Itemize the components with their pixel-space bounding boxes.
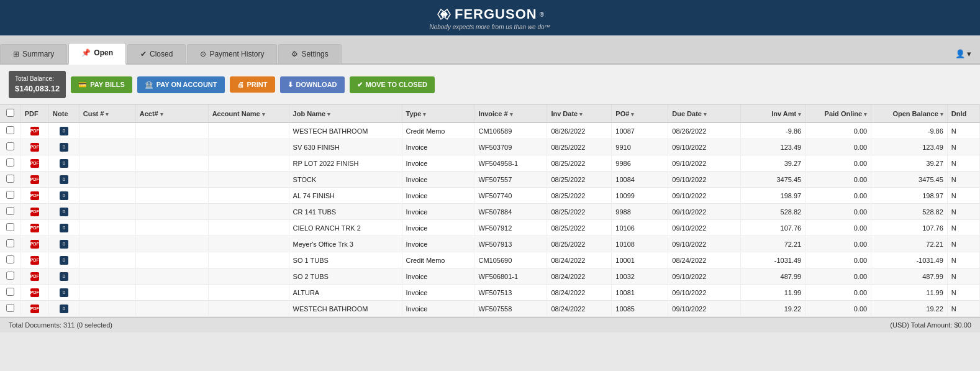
- pdf-icon[interactable]: PDF: [30, 208, 39, 216]
- col-header-type[interactable]: Type ▾: [402, 105, 474, 122]
- row-checkbox-cell[interactable]: [0, 301, 20, 317]
- row-checkbox[interactable]: [6, 223, 14, 231]
- row-checkbox[interactable]: [6, 239, 14, 247]
- row-pdf-cell[interactable]: PDF: [20, 252, 48, 268]
- pdf-icon[interactable]: PDF: [30, 143, 39, 152]
- row-note-cell[interactable]: 0: [49, 252, 79, 268]
- select-all-checkbox[interactable]: [6, 109, 14, 117]
- row-note-cell[interactable]: 0: [49, 268, 79, 285]
- col-header-pdf[interactable]: PDF: [20, 105, 48, 122]
- note-icon[interactable]: 0: [60, 127, 68, 135]
- row-checkbox[interactable]: [6, 304, 14, 312]
- row-pdf-cell[interactable]: PDF: [20, 220, 48, 236]
- col-header-invamt[interactable]: Inv Amt ▾: [741, 105, 805, 122]
- row-checkbox[interactable]: [6, 142, 14, 150]
- note-icon[interactable]: 0: [60, 240, 68, 249]
- row-note-cell[interactable]: 0: [49, 172, 79, 188]
- pdf-icon[interactable]: PDF: [30, 288, 39, 297]
- note-icon[interactable]: 0: [60, 224, 68, 232]
- row-note-cell[interactable]: 0: [49, 285, 79, 301]
- note-icon[interactable]: 0: [60, 159, 68, 168]
- row-checkbox-cell[interactable]: [0, 285, 20, 301]
- move-to-closed-button[interactable]: ✔ MOVE TO CLOSED: [350, 76, 435, 93]
- row-pdf-cell[interactable]: PDF: [20, 188, 48, 204]
- row-note-cell[interactable]: 0: [49, 220, 79, 236]
- tab-summary[interactable]: ⊞ Summary: [0, 44, 67, 63]
- row-checkbox[interactable]: [6, 288, 14, 296]
- row-checkbox-cell[interactable]: [0, 155, 20, 172]
- note-icon[interactable]: 0: [60, 175, 68, 184]
- row-note-cell[interactable]: 0: [49, 204, 79, 220]
- user-menu[interactable]: 👤 ▾: [946, 44, 980, 63]
- row-note-cell[interactable]: 0: [49, 236, 79, 252]
- row-checkbox-cell[interactable]: [0, 204, 20, 220]
- row-checkbox[interactable]: [6, 126, 14, 134]
- tab-settings[interactable]: ⚙ Settings: [278, 44, 341, 63]
- row-note-cell[interactable]: 0: [49, 139, 79, 155]
- row-checkbox[interactable]: [6, 191, 14, 199]
- row-checkbox-cell[interactable]: [0, 172, 20, 188]
- pdf-icon[interactable]: PDF: [30, 305, 39, 313]
- row-pdf-cell[interactable]: PDF: [20, 155, 48, 172]
- col-header-openbalance[interactable]: Open Balance ▾: [871, 105, 948, 122]
- download-button[interactable]: ⬇ DOWNLOAD: [280, 76, 345, 93]
- tab-payment-history[interactable]: ⊙ Payment History: [187, 44, 277, 63]
- row-checkbox[interactable]: [6, 207, 14, 215]
- col-header-cust[interactable]: Cust # ▾: [79, 105, 135, 122]
- row-pdf-cell[interactable]: PDF: [20, 236, 48, 252]
- col-header-acctname[interactable]: Account Name ▾: [208, 105, 289, 122]
- tab-closed[interactable]: ✔ Closed: [127, 44, 186, 63]
- row-pdf-cell[interactable]: PDF: [20, 285, 48, 301]
- note-icon[interactable]: 0: [60, 208, 68, 216]
- note-icon[interactable]: 0: [60, 305, 68, 313]
- row-note-cell[interactable]: 0: [49, 122, 79, 139]
- row-pdf-cell[interactable]: PDF: [20, 172, 48, 188]
- row-checkbox-cell[interactable]: [0, 122, 20, 139]
- row-checkbox[interactable]: [6, 158, 14, 167]
- col-header-invdate[interactable]: Inv Date ▾: [547, 105, 612, 122]
- pay-on-account-button[interactable]: 🏦 PAY ON ACCOUNT: [137, 76, 225, 93]
- col-header-check[interactable]: [0, 105, 20, 122]
- pdf-icon[interactable]: PDF: [30, 256, 39, 265]
- col-header-duedate[interactable]: Due Date ▾: [668, 105, 741, 122]
- pdf-icon[interactable]: PDF: [30, 191, 39, 200]
- col-header-paidonline[interactable]: Paid Online ▾: [805, 105, 871, 122]
- row-pdf-cell[interactable]: PDF: [20, 301, 48, 317]
- row-checkbox[interactable]: [6, 175, 14, 183]
- note-icon[interactable]: 0: [60, 272, 68, 281]
- col-header-invoice[interactable]: Invoice # ▾: [474, 105, 547, 122]
- pdf-icon[interactable]: PDF: [30, 175, 39, 184]
- row-pdf-cell[interactable]: PDF: [20, 204, 48, 220]
- col-header-acct[interactable]: Acct# ▾: [135, 105, 208, 122]
- row-checkbox-cell[interactable]: [0, 220, 20, 236]
- note-icon[interactable]: 0: [60, 288, 68, 297]
- col-header-note[interactable]: Note: [49, 105, 79, 122]
- row-note-cell[interactable]: 0: [49, 301, 79, 317]
- pay-bills-button[interactable]: 💳 PAY BILLS: [71, 76, 132, 93]
- row-checkbox[interactable]: [6, 272, 14, 280]
- tab-open[interactable]: 📌 Open: [68, 43, 126, 65]
- row-checkbox-cell[interactable]: [0, 268, 20, 285]
- col-header-jobname[interactable]: Job Name ▾: [289, 105, 402, 122]
- row-pdf-cell[interactable]: PDF: [20, 122, 48, 139]
- col-header-po[interactable]: PO# ▾: [612, 105, 668, 122]
- row-pdf-cell[interactable]: PDF: [20, 139, 48, 155]
- row-checkbox-cell[interactable]: [0, 252, 20, 268]
- pdf-icon[interactable]: PDF: [30, 127, 39, 135]
- pdf-icon[interactable]: PDF: [30, 272, 39, 281]
- print-button[interactable]: 🖨 PRINT: [230, 76, 275, 93]
- pdf-icon[interactable]: PDF: [30, 224, 39, 232]
- row-checkbox-cell[interactable]: [0, 188, 20, 204]
- row-checkbox[interactable]: [6, 255, 14, 263]
- row-note-cell[interactable]: 0: [49, 155, 79, 172]
- row-pdf-cell[interactable]: PDF: [20, 268, 48, 285]
- row-checkbox-cell[interactable]: [0, 139, 20, 155]
- note-icon[interactable]: 0: [60, 143, 68, 152]
- col-header-dnld[interactable]: Dnld: [947, 105, 979, 122]
- pdf-icon[interactable]: PDF: [30, 240, 39, 249]
- row-note-cell[interactable]: 0: [49, 188, 79, 204]
- row-checkbox-cell[interactable]: [0, 236, 20, 252]
- note-icon[interactable]: 0: [60, 191, 68, 200]
- pdf-icon[interactable]: PDF: [30, 159, 39, 168]
- note-icon[interactable]: 0: [60, 256, 68, 265]
